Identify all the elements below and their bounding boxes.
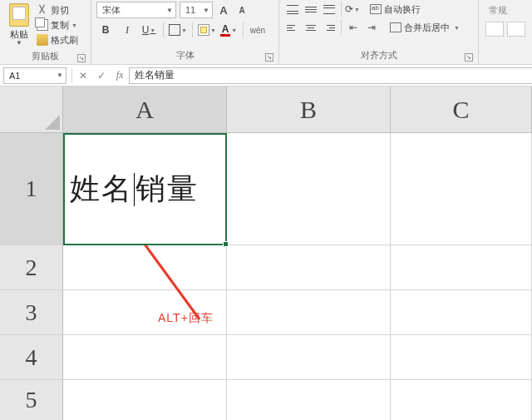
increase-indent-button[interactable]: ⇥ xyxy=(363,20,380,35)
separator xyxy=(192,22,193,37)
row-header-1[interactable]: 1 xyxy=(0,133,63,245)
enter-button[interactable]: ✓ xyxy=(92,67,111,84)
cell-C1[interactable] xyxy=(391,133,532,245)
percent-button[interactable] xyxy=(507,22,525,37)
grow-font-button[interactable]: A xyxy=(216,2,231,17)
align-right-button[interactable] xyxy=(321,20,337,35)
active-cell[interactable]: 姓名销量 xyxy=(63,133,227,245)
border-icon xyxy=(169,24,180,36)
separator xyxy=(243,22,244,37)
cell-A4[interactable] xyxy=(63,335,227,380)
formula-value: 姓名销量 xyxy=(135,68,175,82)
chevron-down-icon: ▼ xyxy=(203,7,209,14)
name-box-value: A1 xyxy=(9,71,20,81)
copy-button[interactable]: 复制 ▼ xyxy=(37,18,78,32)
underline-button[interactable]: U▼ xyxy=(140,22,158,38)
cut-label: 剪切 xyxy=(51,4,69,17)
shrink-font-button[interactable]: A xyxy=(234,2,249,17)
separator xyxy=(341,2,342,17)
row-header-5[interactable]: 5 xyxy=(0,380,63,420)
cell-A2[interactable] xyxy=(63,245,227,290)
decrease-indent-button[interactable]: ⇤ xyxy=(345,20,362,35)
cell-B3[interactable] xyxy=(227,290,391,335)
annotation-text: ALT+回车 xyxy=(158,311,214,326)
cell-editing-text: 姓名销量 xyxy=(65,135,225,244)
format-painter-button[interactable]: 格式刷 xyxy=(37,33,78,47)
cell-B1[interactable] xyxy=(227,133,391,245)
chevron-down-icon: ▼ xyxy=(57,72,63,79)
select-all-corner[interactable] xyxy=(0,86,63,133)
formula-bar: A1 ▼ ✕ ✓ fx 姓名销量 xyxy=(0,65,532,86)
font-size-combo[interactable]: 11 ▼ xyxy=(180,2,213,18)
row-header-3[interactable]: 3 xyxy=(0,290,63,335)
group-alignment: ⟳▼ 自动换行 ⇤ ⇥ 合并后居中 ▼ xyxy=(279,0,479,64)
text-caret xyxy=(134,173,135,206)
align-top-button[interactable] xyxy=(284,2,301,17)
cell-C5[interactable] xyxy=(391,380,532,420)
paste-icon xyxy=(9,3,29,27)
group-clipboard: 粘贴 ▼ 剪切 复制 ▼ 格式刷 剪贴板 ↘ xyxy=(0,0,91,64)
col-header-A[interactable]: A xyxy=(63,86,227,133)
alignment-launcher[interactable]: ↘ xyxy=(465,53,473,62)
merge-center-button[interactable]: 合并后居中 ▼ xyxy=(388,20,461,35)
number-format-combo[interactable]: 常规 xyxy=(485,2,527,18)
col-header-C[interactable]: C xyxy=(391,86,532,133)
wrap-text-button[interactable]: 自动换行 xyxy=(368,2,422,17)
cell-B5[interactable] xyxy=(227,380,391,420)
font-color-icon: A xyxy=(220,24,231,37)
paste-dropdown-icon[interactable]: ▼ xyxy=(16,39,22,47)
cell-A5[interactable] xyxy=(63,380,227,420)
group-font-label: 字体 ↘ xyxy=(96,47,273,64)
cell-C4[interactable] xyxy=(391,335,532,380)
ribbon: 粘贴 ▼ 剪切 复制 ▼ 格式刷 剪贴板 ↘ xyxy=(0,0,532,65)
font-size-value: 11 xyxy=(185,5,195,15)
cut-button[interactable]: 剪切 xyxy=(37,3,78,17)
cut-icon xyxy=(37,4,48,16)
align-middle-button[interactable] xyxy=(303,2,319,17)
wrap-icon xyxy=(370,4,382,14)
paste-button[interactable]: 粘贴 ▼ xyxy=(5,2,33,48)
chevron-down-icon: ▼ xyxy=(166,7,173,14)
font-name-combo[interactable]: 宋体 ▼ xyxy=(96,2,176,18)
align-bottom-button[interactable] xyxy=(321,2,337,17)
row-headers: 1 2 3 4 5 xyxy=(0,133,63,420)
row-header-4[interactable]: 4 xyxy=(0,335,63,380)
fill-handle[interactable] xyxy=(223,241,229,247)
cell-C3[interactable] xyxy=(391,290,532,335)
fx-button[interactable]: fx xyxy=(111,67,129,84)
font-color-button[interactable]: A▼ xyxy=(219,22,238,38)
group-clipboard-label: 剪贴板 ↘ xyxy=(5,48,86,65)
group-number: 常规 xyxy=(479,0,532,64)
copy-icon xyxy=(37,19,48,31)
align-center-button[interactable] xyxy=(303,20,319,35)
cell-C2[interactable] xyxy=(391,245,532,290)
worksheet: A B C 1 2 3 4 5 xyxy=(0,86,532,420)
phonetic-button[interactable]: wén xyxy=(249,22,267,38)
currency-button[interactable] xyxy=(485,22,504,37)
separator xyxy=(71,68,72,83)
bold-button[interactable]: B xyxy=(96,22,115,38)
cell-B2[interactable] xyxy=(227,245,391,290)
row-header-2[interactable]: 2 xyxy=(0,245,63,290)
format-painter-icon xyxy=(37,34,48,46)
italic-button[interactable]: I xyxy=(118,22,136,38)
format-painter-label: 格式刷 xyxy=(51,34,78,47)
align-left-button[interactable] xyxy=(284,20,301,35)
merge-icon xyxy=(390,22,401,32)
cancel-button[interactable]: ✕ xyxy=(74,67,92,84)
separator xyxy=(341,20,342,35)
copy-dropdown-icon[interactable]: ▼ xyxy=(71,22,77,28)
fill-icon xyxy=(198,24,209,36)
font-name-value: 宋体 xyxy=(102,4,121,17)
name-box[interactable]: A1 ▼ xyxy=(3,67,66,84)
formula-input[interactable]: 姓名销量 xyxy=(129,67,532,84)
borders-button[interactable]: ▼ xyxy=(169,22,187,38)
orientation-button[interactable]: ⟳▼ xyxy=(345,3,360,15)
column-headers: A B C xyxy=(63,86,532,133)
cell-B4[interactable] xyxy=(227,335,391,380)
fill-color-button[interactable]: ▼ xyxy=(198,22,216,38)
font-launcher[interactable]: ↘ xyxy=(265,53,273,62)
clipboard-launcher[interactable]: ↘ xyxy=(77,54,86,62)
copy-label: 复制 xyxy=(51,19,69,32)
col-header-B[interactable]: B xyxy=(227,86,391,133)
